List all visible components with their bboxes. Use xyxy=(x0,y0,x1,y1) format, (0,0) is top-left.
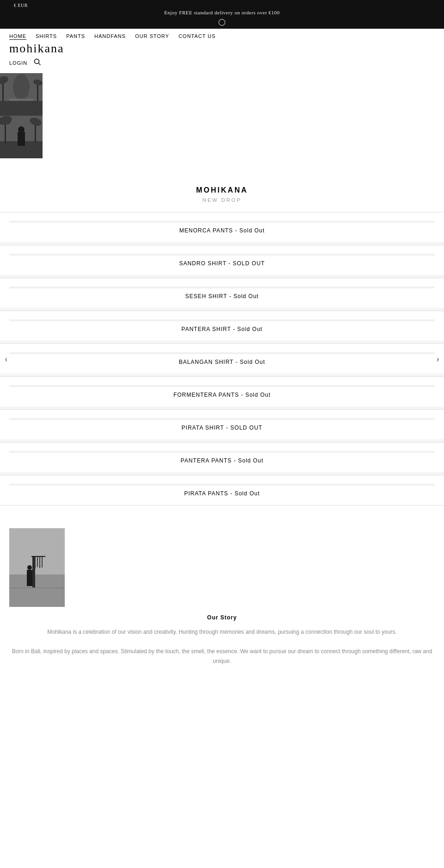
nav-links: HOME SHIRTS PANTS HANDFANS OUR STORY CON… xyxy=(9,33,435,39)
delivery-message: Enjoy FREE standard delivery on orders o… xyxy=(164,10,280,15)
nav-our-story-link[interactable]: OUR STORY xyxy=(135,33,169,40)
product-item[interactable]: SANDRO SHIRT - SOLD OUT xyxy=(0,245,444,275)
story-section: Our Story Mohikana is a celebration of o… xyxy=(0,505,444,704)
nav-contact-us[interactable]: CONTACT US xyxy=(179,33,216,39)
search-icon[interactable] xyxy=(34,58,41,68)
svg-rect-26 xyxy=(42,557,43,568)
svg-rect-3 xyxy=(0,101,43,116)
hero-image-2 xyxy=(0,116,43,158)
currency-selector[interactable]: € EUR xyxy=(14,3,28,8)
nav-contact-us-link[interactable]: CONTACT US xyxy=(179,33,216,40)
carousel-prev-button[interactable]: ‹ xyxy=(5,354,8,364)
login-link[interactable]: LOGIN xyxy=(9,60,27,66)
brand-section: MOHIKANA NEW DROP xyxy=(0,158,444,212)
svg-rect-30 xyxy=(9,587,65,588)
product-image-placeholder xyxy=(9,287,435,288)
product-image-placeholder xyxy=(9,221,435,223)
product-name: PANTERA SHIRT - Sold Out xyxy=(9,326,435,332)
svg-rect-25 xyxy=(39,557,40,568)
svg-rect-24 xyxy=(37,557,38,567)
product-image-placeholder xyxy=(9,451,435,453)
product-image-placeholder xyxy=(9,352,435,354)
nav-shirts-link[interactable]: SHIRTS xyxy=(36,33,57,40)
nav-pants[interactable]: PANTS xyxy=(66,33,85,39)
navigation: HOME SHIRTS PANTS HANDFANS OUR STORY CON… xyxy=(0,29,444,70)
top-banner: € EUR Enjoy FREE standard delivery on or… xyxy=(0,0,444,29)
hero-images xyxy=(0,73,44,158)
product-item[interactable]: PIRATA PANTS - Sold Out xyxy=(0,475,444,506)
product-name: SANDRO SHIRT - SOLD OUT xyxy=(9,260,435,267)
product-name: FORMENTERA PANTS - Sold Out xyxy=(9,392,435,398)
product-image-placeholder xyxy=(9,254,435,256)
product-name: SESEH SHIRT - Sold Out xyxy=(9,293,435,300)
product-item[interactable]: PANTERA SHIRT - Sold Out xyxy=(0,311,444,341)
nav-handfans-link[interactable]: HANDFANS xyxy=(94,33,126,40)
product-image-placeholder xyxy=(9,385,435,387)
nav-bottom: LOGIN xyxy=(9,58,435,70)
svg-rect-20 xyxy=(9,575,65,607)
product-carousel: ‹ › MENORCA PANTS - Sold Out SANDRO SHIR… xyxy=(0,212,444,506)
svg-point-29 xyxy=(27,565,32,570)
nav-shirts[interactable]: SHIRTS xyxy=(36,33,57,39)
product-name: MENORCA PANTS - Sold Out xyxy=(9,227,435,234)
instagram-icon[interactable]: ◯ xyxy=(218,18,226,26)
product-item[interactable]: SESEH SHIRT - Sold Out xyxy=(0,278,444,308)
site-logo[interactable]: mohikana xyxy=(9,42,435,56)
product-item[interactable]: FORMENTERA PANTS - Sold Out xyxy=(0,376,444,407)
product-item[interactable]: MENORCA PANTS - Sold Out xyxy=(0,212,444,243)
nav-pants-link[interactable]: PANTS xyxy=(66,33,85,40)
nav-handfans[interactable]: HANDFANS xyxy=(94,33,126,39)
svg-line-1 xyxy=(39,63,41,65)
svg-point-0 xyxy=(35,59,39,64)
brand-name: MOHIKANA xyxy=(9,186,435,194)
product-image-placeholder xyxy=(9,484,435,486)
carousel-next-button[interactable]: › xyxy=(436,354,439,364)
product-image-placeholder xyxy=(9,319,435,321)
svg-rect-5 xyxy=(9,99,33,101)
product-item[interactable]: BALANGAN SHIRT - Sold Out xyxy=(0,343,444,374)
product-item[interactable]: PIRATA SHIRT - SOLD OUT xyxy=(0,409,444,440)
product-name: PIRATA PANTS - Sold Out xyxy=(9,490,435,497)
svg-rect-27 xyxy=(31,556,45,557)
product-name: PIRATA SHIRT - SOLD OUT xyxy=(9,425,435,431)
story-paragraph-1: Mohikana is a celebration of our vision … xyxy=(9,627,435,637)
story-label: Our Story xyxy=(9,614,435,621)
story-paragraph-2: Born in Bali, inspired by places and spa… xyxy=(9,647,435,667)
svg-rect-17 xyxy=(18,132,25,146)
brand-subtitle: NEW DROP xyxy=(9,197,435,203)
nav-our-story[interactable]: OUR STORY xyxy=(135,33,169,39)
svg-rect-23 xyxy=(35,557,36,568)
product-image-placeholder xyxy=(9,418,435,420)
product-name: BALANGAN SHIRT - Sold Out xyxy=(9,359,435,365)
svg-point-18 xyxy=(18,126,25,133)
svg-rect-28 xyxy=(27,570,32,586)
nav-home[interactable]: HOME xyxy=(9,33,26,39)
nav-home-link[interactable]: HOME xyxy=(9,33,26,40)
product-list: MENORCA PANTS - Sold Out SANDRO SHIRT - … xyxy=(0,212,444,506)
product-name: PANTERA PANTS - Sold Out xyxy=(9,457,435,464)
product-item[interactable]: PANTERA PANTS - Sold Out xyxy=(0,442,444,473)
hero-image-1 xyxy=(0,73,43,116)
svg-point-4 xyxy=(13,74,30,100)
story-image xyxy=(9,528,65,607)
